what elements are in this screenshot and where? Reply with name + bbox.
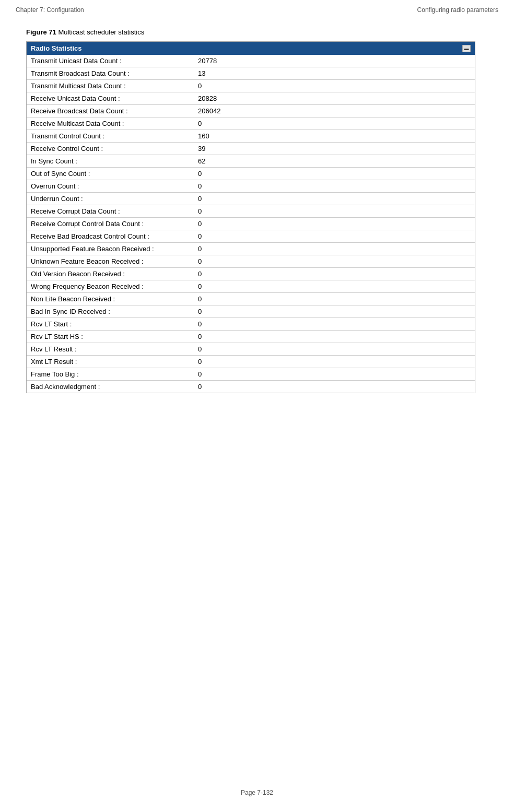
stat-label: Receive Corrupt Data Count : [27, 205, 194, 218]
stat-label: Receive Control Count : [27, 143, 194, 155]
table-row: Receive Unicast Data Count :20828 [27, 92, 475, 105]
table-row: Receive Multicast Data Count :0 [27, 117, 475, 130]
stat-label: Unsupported Feature Beacon Received : [27, 243, 194, 255]
stat-label: Rcv LT Start HS : [27, 331, 194, 343]
table-row: Old Version Beacon Received :0 [27, 268, 475, 280]
stat-value: 0 [194, 168, 475, 180]
table-row: Frame Too Big :0 [27, 368, 475, 381]
table-row: Bad Acknowledgment :0 [27, 381, 475, 393]
section-header: Configuring radio parameters [417, 6, 498, 14]
page-footer: Page 7-132 [0, 789, 514, 796]
stat-label: Bad In Sync ID Received : [27, 305, 194, 318]
table-row: Transmit Broadcast Data Count :13 [27, 67, 475, 80]
stat-label: Receive Corrupt Control Data Count : [27, 218, 194, 230]
stats-table: Transmit Unicast Data Count :20778Transm… [27, 55, 475, 393]
stat-value: 0 [194, 205, 475, 218]
stat-label: Old Version Beacon Received : [27, 268, 194, 280]
stat-label: Unknown Feature Beacon Received : [27, 255, 194, 268]
stat-value: 0 [194, 381, 475, 393]
stat-label: In Sync Count : [27, 155, 194, 168]
stat-value: 0 [194, 230, 475, 243]
stat-label: Receive Multicast Data Count : [27, 117, 194, 130]
table-row: Receive Broadcast Data Count :206042 [27, 105, 475, 117]
stat-value: 0 [194, 368, 475, 381]
stat-value: 0 [194, 255, 475, 268]
table-row: Xmt LT Result :0 [27, 356, 475, 368]
stat-label: Transmit Control Count : [27, 130, 194, 143]
stat-value: 0 [194, 356, 475, 368]
table-row: Unknown Feature Beacon Received :0 [27, 255, 475, 268]
stat-label: Rcv LT Start : [27, 318, 194, 331]
stat-label: Rcv LT Result : [27, 343, 194, 356]
table-row: Unsupported Feature Beacon Received :0 [27, 243, 475, 255]
stat-label: Bad Acknowledgment : [27, 381, 194, 393]
table-row: Out of Sync Count :0 [27, 168, 475, 180]
stat-label: Receive Broadcast Data Count : [27, 105, 194, 117]
stat-value: 0 [194, 117, 475, 130]
stat-label: Out of Sync Count : [27, 168, 194, 180]
figure-caption-desc: Multicast scheduler statistics [58, 28, 144, 36]
stat-value: 160 [194, 130, 475, 143]
table-row: Transmit Unicast Data Count :20778 [27, 55, 475, 67]
figure-number: Figure 71 [26, 28, 56, 36]
stat-value: 62 [194, 155, 475, 168]
minimize-icon[interactable]: ▬ [462, 45, 471, 52]
stat-value: 0 [194, 268, 475, 280]
stat-label: Wrong Frequency Beacon Received : [27, 280, 194, 293]
stat-value: 0 [194, 180, 475, 193]
stat-label: Frame Too Big : [27, 368, 194, 381]
stat-value: 0 [194, 218, 475, 230]
table-row: In Sync Count :62 [27, 155, 475, 168]
table-row: Bad In Sync ID Received :0 [27, 305, 475, 318]
stat-label: Xmt LT Result : [27, 356, 194, 368]
table-row: Overrun Count :0 [27, 180, 475, 193]
table-row: Transmit Control Count :160 [27, 130, 475, 143]
table-row: Receive Control Count :39 [27, 143, 475, 155]
stat-value: 0 [194, 243, 475, 255]
table-row: Transmit Multicast Data Count :0 [27, 80, 475, 92]
stat-label: Overrun Count : [27, 180, 194, 193]
stat-label: Receive Unicast Data Count : [27, 92, 194, 105]
stat-value: 20778 [194, 55, 475, 67]
stat-label: Non Lite Beacon Received : [27, 293, 194, 305]
table-row: Rcv LT Start :0 [27, 318, 475, 331]
stat-label: Transmit Multicast Data Count : [27, 80, 194, 92]
stat-value: 13 [194, 67, 475, 80]
table-row: Receive Corrupt Control Data Count :0 [27, 218, 475, 230]
stat-value: 0 [194, 331, 475, 343]
stat-value: 0 [194, 193, 475, 205]
table-row: Non Lite Beacon Received :0 [27, 293, 475, 305]
radio-stats-title: Radio Statistics [31, 44, 82, 52]
page-number: Page 7-132 [241, 789, 273, 796]
stat-value: 20828 [194, 92, 475, 105]
stat-label: Receive Bad Broadcast Control Count : [27, 230, 194, 243]
radio-stats-panel: Radio Statistics ▬ Transmit Unicast Data… [26, 41, 475, 393]
stat-value: 206042 [194, 105, 475, 117]
stat-value: 0 [194, 280, 475, 293]
chapter-header: Chapter 7: Configuration [16, 6, 84, 14]
table-row: Rcv LT Result :0 [27, 343, 475, 356]
stat-value: 39 [194, 143, 475, 155]
table-row: Wrong Frequency Beacon Received :0 [27, 280, 475, 293]
stat-value: 0 [194, 318, 475, 331]
table-row: Receive Bad Broadcast Control Count :0 [27, 230, 475, 243]
stat-label: Transmit Unicast Data Count : [27, 55, 194, 67]
radio-stats-header: Radio Statistics ▬ [27, 42, 475, 55]
stat-value: 0 [194, 305, 475, 318]
stat-value: 0 [194, 80, 475, 92]
stat-value: 0 [194, 293, 475, 305]
stat-value: 0 [194, 343, 475, 356]
table-row: Receive Corrupt Data Count :0 [27, 205, 475, 218]
table-row: Underrun Count :0 [27, 193, 475, 205]
stat-label: Underrun Count : [27, 193, 194, 205]
stat-label: Transmit Broadcast Data Count : [27, 67, 194, 80]
table-row: Rcv LT Start HS :0 [27, 331, 475, 343]
figure-caption: Figure 71 Multicast scheduler statistics [26, 28, 488, 36]
